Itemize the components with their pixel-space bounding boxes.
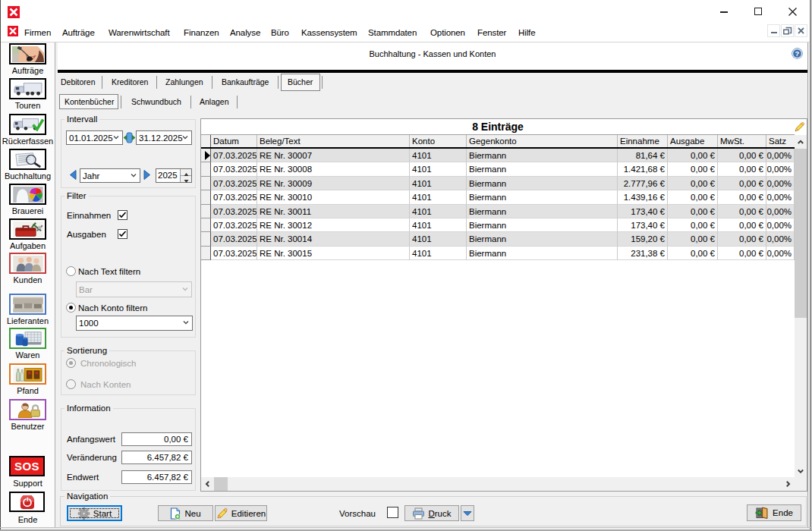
svg-text:?: ? (795, 49, 800, 58)
